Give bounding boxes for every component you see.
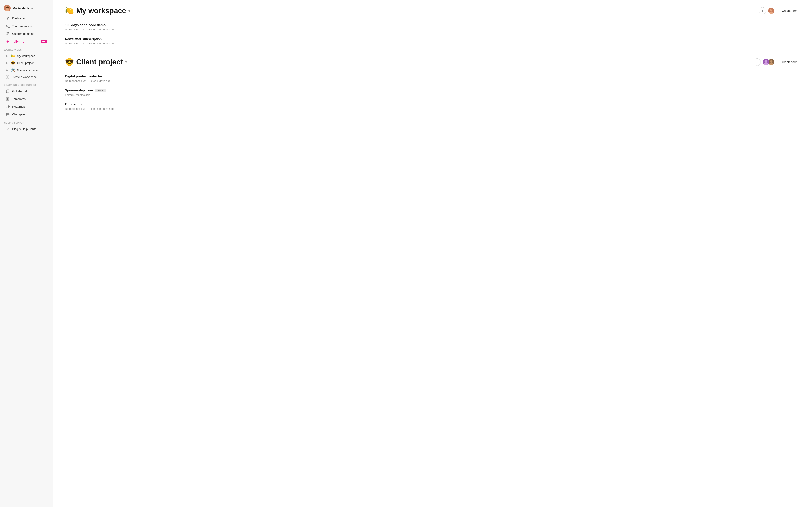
book-icon <box>6 89 10 93</box>
sidebar-nav: Dashboard Team members Custom domains <box>0 15 53 45</box>
form-item-no-code-demo[interactable]: 100 days of no code demo No responses ye… <box>65 20 800 34</box>
team-members-label: Team members <box>12 24 33 28</box>
client-project-emoji: 😎 <box>65 58 74 66</box>
user-name: Marie Martens <box>13 6 45 10</box>
form-meta-sponsorship: Edited 3 months ago <box>65 93 800 96</box>
blog-help-label: Blog & Help Center <box>12 127 37 130</box>
user-menu[interactable]: Marie Martens ▾ <box>0 3 53 15</box>
ws-name-client: Client project <box>17 61 34 65</box>
svg-point-27 <box>770 60 772 63</box>
tally-pro-label: Tally Pro <box>12 40 24 43</box>
svg-point-5 <box>7 25 8 26</box>
client-member-avatar-1 <box>762 59 769 65</box>
svg-point-19 <box>770 9 772 11</box>
member-avatar-1 <box>768 7 775 14</box>
form-title-sponsorship: Sponsorship form DRAFT <box>65 89 800 92</box>
sidebar-item-dashboard[interactable]: Dashboard <box>2 15 51 22</box>
form-item-newsletter[interactable]: Newsletter subscription No responses yet… <box>65 34 800 48</box>
svg-rect-9 <box>6 99 7 100</box>
svg-rect-11 <box>6 105 8 107</box>
form-title-no-code-demo: 100 days of no code demo <box>65 23 800 27</box>
sidebar-item-templates[interactable]: Templates <box>2 95 51 103</box>
svg-point-4 <box>8 7 8 8</box>
svg-rect-10 <box>8 99 9 100</box>
my-workspace-title: 🍋 My workspace ▾ <box>65 6 130 15</box>
truck-icon <box>6 105 10 109</box>
form-meta-no-code-demo: No responses yet · Edited 3 months ago <box>65 28 800 31</box>
home-icon <box>6 16 10 20</box>
gift-icon <box>6 112 10 116</box>
my-workspace-chevron-icon[interactable]: ▾ <box>129 9 130 13</box>
form-title-onboarding: Onboarding <box>65 103 800 106</box>
form-item-digital-product[interactable]: Digital product order form No responses … <box>65 71 800 86</box>
svg-rect-7 <box>6 98 7 99</box>
client-member-avatars <box>762 59 775 65</box>
plus-create-icon: + <box>779 9 780 12</box>
user-chevron-icon: ▾ <box>47 7 49 9</box>
sidebar-item-changelog[interactable]: Changelog <box>2 111 51 118</box>
ws-emoji-client: 😎 <box>11 61 15 65</box>
lightning-icon <box>6 40 10 44</box>
svg-rect-8 <box>8 98 9 99</box>
roadmap-label: Roadmap <box>12 105 25 108</box>
my-workspace-emoji: 🍋 <box>65 6 74 15</box>
client-create-form-button[interactable]: + Create form <box>776 59 800 65</box>
changelog-label: Changelog <box>12 113 27 116</box>
main-content: 🍋 My workspace ▾ <box>53 0 812 507</box>
my-workspace-member-avatars <box>768 7 775 14</box>
ws-name-nocode: No-code surveys <box>17 68 38 72</box>
client-project-actions: + Create form <box>754 58 800 66</box>
client-add-member-button[interactable] <box>754 58 761 66</box>
create-form-label-my: Create form <box>782 9 797 12</box>
ws-emoji-nocode: 🛠️ <box>11 68 15 72</box>
ws-emoji-my: 🍋 <box>11 54 15 58</box>
templates-label: Templates <box>12 97 26 101</box>
learning-section-label: LEARNING & RESOURCES <box>0 80 53 88</box>
ws-name-my: My workspace <box>17 54 35 58</box>
my-workspace-create-form-button[interactable]: + Create form <box>776 7 800 14</box>
svg-point-12 <box>6 107 7 108</box>
sidebar-item-custom-domains[interactable]: Custom domains <box>2 30 51 38</box>
form-meta-newsletter: No responses yet · Edited 5 months ago <box>65 42 800 45</box>
svg-point-15 <box>6 130 7 130</box>
plus-create-icon-client: + <box>779 60 780 64</box>
sidebar-item-roadmap[interactable]: Roadmap <box>2 103 51 111</box>
plus-icon: + <box>6 75 9 79</box>
client-project-chevron-icon[interactable]: ▾ <box>125 60 127 64</box>
client-project-title: 😎 Client project ▾ <box>65 58 127 66</box>
users-icon <box>6 24 10 28</box>
rss-icon <box>6 127 10 131</box>
template-icon <box>6 97 10 101</box>
client-project-section: 😎 Client project ▾ <box>65 51 800 117</box>
ws-arrow-icon-client: ▶ <box>6 61 9 65</box>
client-project-header: 😎 Client project ▾ <box>65 58 800 70</box>
add-member-button[interactable] <box>759 7 766 14</box>
sidebar-item-team-members[interactable]: Team members <box>2 22 51 30</box>
form-title-newsletter: Newsletter subscription <box>65 37 800 41</box>
create-workspace-label: Create a workspace <box>11 75 37 79</box>
create-form-label-client: Create form <box>782 60 797 64</box>
form-item-onboarding[interactable]: Onboarding No responses yet · Edited 5 m… <box>65 99 800 113</box>
draft-badge: DRAFT <box>95 89 106 92</box>
form-meta-digital-product: No responses yet · Edited 5 days ago <box>65 79 800 82</box>
svg-point-3 <box>6 7 7 8</box>
form-item-sponsorship[interactable]: Sponsorship form DRAFT Edited 3 months a… <box>65 86 800 99</box>
dashboard-label: Dashboard <box>12 17 27 20</box>
sidebar-item-get-started[interactable]: Get started <box>2 88 51 95</box>
svg-point-13 <box>8 107 9 108</box>
custom-domains-label: Custom domains <box>12 32 34 36</box>
globe-icon <box>6 32 10 36</box>
form-title-digital-product: Digital product order form <box>65 75 800 78</box>
form-meta-onboarding: No responses yet · Edited 5 months ago <box>65 107 800 110</box>
ws-arrow-icon-nocode: ▶ <box>6 68 9 72</box>
sidebar-item-no-code-surveys[interactable]: ▶ 🛠️ No-code surveys <box>2 66 51 74</box>
ws-arrow-icon: ▶ <box>6 54 9 58</box>
get-started-label: Get started <box>12 90 27 93</box>
sidebar-item-my-workspace[interactable]: ▶ 🍋 My workspace <box>2 52 51 59</box>
create-workspace-button[interactable]: + Create a workspace <box>2 74 51 80</box>
sidebar-item-blog-help[interactable]: Blog & Help Center <box>2 125 51 133</box>
sidebar-item-client-project[interactable]: ▶ 😎 Client project <box>2 59 51 66</box>
sidebar-item-tally-pro[interactable]: Tally Pro ON <box>2 38 51 45</box>
svg-point-24 <box>765 60 767 63</box>
workspaces-section-label: WORKSPACES <box>0 45 53 52</box>
